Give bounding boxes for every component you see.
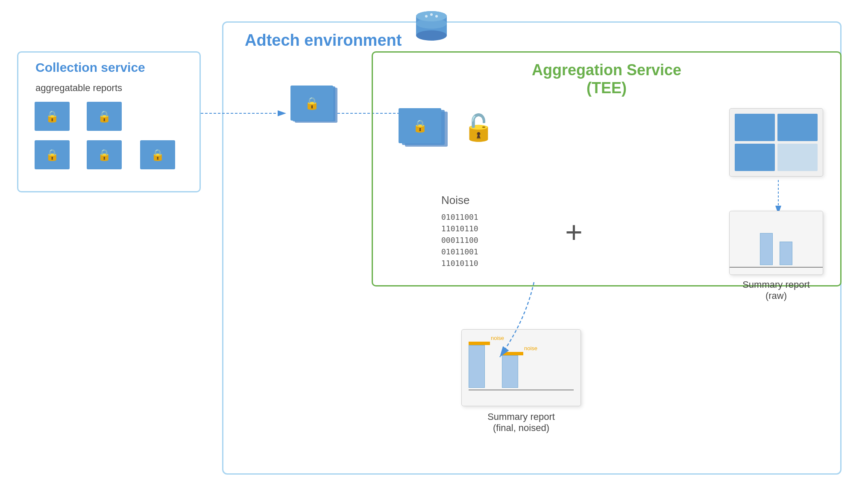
- aggregation-service-box: Aggregation Service (TEE) 🔒 🔓: [372, 51, 842, 286]
- svg-point-11: [425, 15, 428, 18]
- svg-point-12: [430, 13, 433, 16]
- aggregation-service-label: Aggregation Service (TEE): [532, 61, 681, 97]
- svg-point-13: [435, 15, 438, 18]
- arrow-to-final-summary: [449, 278, 577, 363]
- arrow-collection-to-batch: [201, 103, 295, 124]
- report-doc-1: 🔒: [35, 102, 70, 131]
- report-doc-5: 🔒: [140, 140, 175, 169]
- arrow-grid-to-summary: [772, 180, 785, 214]
- svg-point-8: [416, 30, 447, 41]
- database-icon: [414, 9, 449, 49]
- summary-final-label: Summary report (final, noised): [461, 411, 581, 434]
- unlocked-padlock: 🔓: [463, 112, 495, 143]
- plus-sign: +: [565, 215, 583, 249]
- adtech-environment-label: Adtech environment: [245, 31, 402, 50]
- decoded-report-grid: [729, 108, 823, 177]
- report-doc-3: 🔒: [35, 140, 70, 169]
- svg-point-10: [416, 18, 447, 29]
- report-doc-2: 🔒: [87, 102, 122, 131]
- summary-report-raw-card: [729, 211, 823, 275]
- summary-raw-label: Summary report (raw): [716, 279, 836, 301]
- collection-service-box: Collection service aggregatable reports …: [17, 51, 201, 192]
- aggregatable-reports-label: aggregatable reports: [35, 83, 122, 94]
- noise-binary: 01011001 11010110 00011100 01011001 1101…: [441, 211, 478, 269]
- collection-service-label: Collection service: [35, 60, 145, 75]
- noise-section: Noise 01011001 11010110 00011100 0101100…: [441, 194, 478, 269]
- report-doc-4: 🔒: [87, 140, 122, 169]
